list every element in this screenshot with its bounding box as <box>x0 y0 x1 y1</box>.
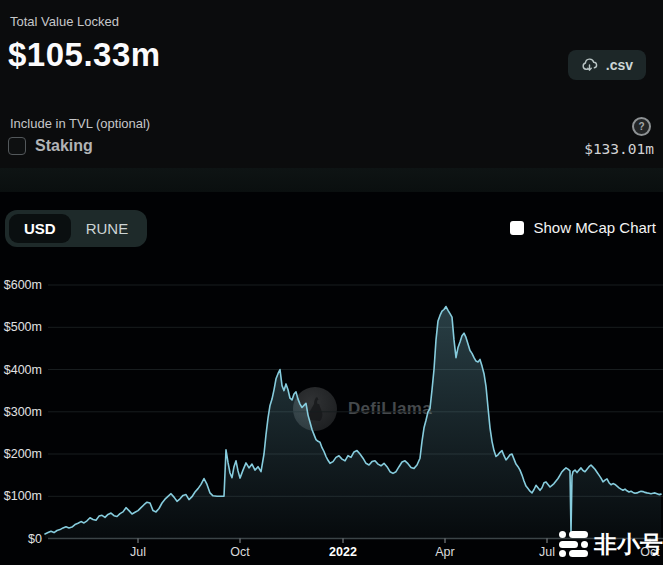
feixiaohao-watermark-text: 非小号 <box>594 533 663 556</box>
mcap-label: Show MCap Chart <box>533 219 656 236</box>
download-csv-button[interactable]: .csv <box>568 50 646 80</box>
tvl-label: Total Value Locked <box>10 14 119 29</box>
feixiaohao-watermark: 非小号 <box>559 531 663 557</box>
feixiaohao-logo-icon <box>559 531 588 557</box>
cloud-download-icon <box>581 58 598 72</box>
currency-toggle: USD RUNE <box>5 210 147 247</box>
staking-option-row: Staking <box>8 137 93 155</box>
csv-button-label: .csv <box>606 57 633 73</box>
svg-text:Oct: Oct <box>230 545 250 559</box>
toggle-option-usd[interactable]: USD <box>9 214 71 243</box>
svg-text:2022: 2022 <box>329 545 357 559</box>
mcap-checkbox[interactable] <box>510 221 524 235</box>
staking-label: Staking <box>35 137 93 155</box>
svg-text:Apr: Apr <box>435 545 454 559</box>
svg-text:Jul: Jul <box>539 545 555 559</box>
include-in-tvl-label: Include in TVL (optional) <box>10 116 150 131</box>
svg-text:$0: $0 <box>28 532 42 546</box>
mcap-option-row: Show MCap Chart <box>510 219 656 236</box>
svg-text:$300m: $300m <box>4 405 42 419</box>
svg-text:Jul: Jul <box>130 545 146 559</box>
svg-text:$100m: $100m <box>4 489 42 503</box>
svg-text:$500m: $500m <box>4 320 42 334</box>
panel-divider <box>0 168 663 192</box>
svg-text:$400m: $400m <box>4 363 42 377</box>
help-icon[interactable]: ? <box>632 117 651 136</box>
tvl-area-chart[interactable]: $0$100m$200m$300m$400m$500m$600mJulOct20… <box>0 195 663 565</box>
staking-checkbox[interactable] <box>8 137 26 155</box>
help-question-mark: ? <box>638 121 644 132</box>
svg-text:$200m: $200m <box>4 447 42 461</box>
staking-amount-value: $133.01m <box>584 141 654 157</box>
svg-text:$600m: $600m <box>4 278 42 292</box>
toggle-option-rune[interactable]: RUNE <box>71 214 144 243</box>
tvl-value: $105.33m <box>8 36 161 74</box>
tvl-stats-panel: Total Value Locked $105.33m .csv Include… <box>0 0 663 192</box>
